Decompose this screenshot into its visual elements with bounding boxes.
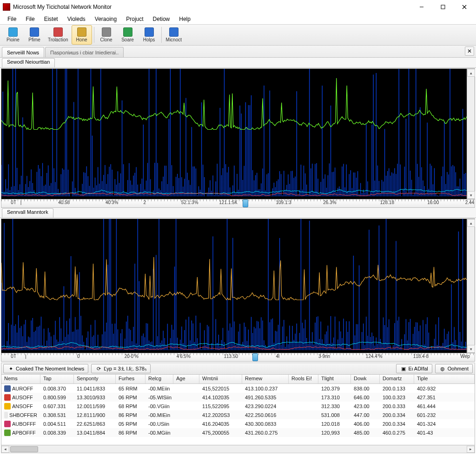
hscroll-thumb[interactable]: [10, 446, 38, 452]
menu-veraoing[interactable]: Veraoing: [90, 15, 121, 23]
table-cell: SHBOFFER: [1, 411, 40, 419]
panel1-tab[interactable]: Sewodl Neiourttian: [2, 58, 55, 67]
toolbar-micnoct-button[interactable]: Micnoct: [164, 25, 184, 45]
add-filter-label: Ει ΑDIfal: [409, 366, 428, 371]
playhead-marker[interactable]: [252, 353, 258, 361]
playhead-marker[interactable]: [243, 199, 248, 207]
column-header-2[interactable]: Senponty: [74, 375, 116, 383]
table-cell: [173, 423, 199, 424]
menu-file-2[interactable]: File: [21, 15, 39, 23]
toolbar-trolaction-button[interactable]: Trolaction: [46, 25, 71, 45]
app-icon: [3, 3, 10, 11]
menu-file-1[interactable]: File: [3, 15, 21, 23]
toolbar-label: Micnoct: [166, 37, 182, 42]
axis-tick: 0T: [11, 200, 16, 205]
menu-eistet[interactable]: Eistet: [40, 15, 63, 23]
toolbar-pioine-button[interactable]: Pioine: [3, 25, 23, 45]
table-cell: 0.800.599: [40, 394, 74, 401]
axis-tick: |: [25, 354, 26, 359]
table-cell: 06 RPM: [116, 394, 145, 401]
column-header-12[interactable]: Tiple: [414, 375, 475, 383]
table-row[interactable]: SHBOFFER0.308.53112.8111/90086 RPM-00.MI…: [1, 410, 475, 419]
menu-projuct[interactable]: Projuct: [121, 15, 148, 23]
table-cell: [173, 432, 199, 433]
clock-icon: [102, 27, 111, 37]
scroll-up-icon[interactable]: ▴: [467, 69, 475, 77]
column-header-3[interactable]: Furhes: [116, 375, 145, 383]
doc-icon: [30, 27, 39, 37]
window-title: Microsoft My Ticichotal Network Monitor: [13, 4, 112, 10]
panel2-vscroll[interactable]: ▴ ▾: [467, 219, 475, 353]
menu-detiow[interactable]: Detiow: [148, 15, 175, 23]
table-cell: 22.6251/863: [74, 421, 116, 427]
comment-button[interactable]: ◍ Oohment: [435, 364, 473, 373]
close-tab-button[interactable]: ✕: [465, 46, 474, 56]
close-button[interactable]: [454, 0, 475, 14]
toolbar-hone-button[interactable]: Hone: [72, 25, 92, 45]
scroll-left-icon[interactable]: ◂: [1, 446, 9, 453]
column-header-9[interactable]: Tlight: [318, 375, 351, 383]
scroll-right-icon[interactable]: ▸: [467, 446, 475, 453]
comment-label: Oohment: [448, 366, 469, 371]
table-row[interactable]: AUSOFF0.800.59913.3010/93306 RPM-05.WlSi…: [1, 393, 475, 402]
table-row[interactable]: ANSOFF0.607.33112.0011/59968 RPM-00.VGii…: [1, 402, 475, 410]
filter-type-button[interactable]: ⟳ Ľyp = 3:Ł l.li;. S78₅: [91, 364, 151, 373]
filter-bar: ✦ Coaked The Neoment Inclews ⟳ Ľyp = 3:Ł…: [1, 363, 475, 375]
table-cell: 200.0.334: [380, 412, 414, 418]
toolbar-soare-button[interactable]: Soare: [118, 25, 138, 45]
table-cell: 416.204035: [199, 421, 242, 427]
axis-tick: 109.1:3: [276, 200, 291, 205]
column-header-6[interactable]: Wmtлii: [199, 375, 242, 383]
menu-help[interactable]: Help: [174, 15, 195, 23]
filter-inclews-button[interactable]: ✦ Coaked The Neoment Inclews: [3, 364, 88, 373]
panel2-tab[interactable]: Senrvall Manntork: [2, 208, 53, 218]
column-header-1[interactable]: Tap: [40, 375, 74, 383]
column-header-5[interactable]: Age: [173, 375, 199, 383]
table-cell: 120.018: [318, 421, 351, 427]
axis-tick: 0: [77, 354, 80, 359]
add-filter-button[interactable]: ▣ Ει ΑDIfal: [396, 364, 432, 373]
menu-violeds[interactable]: Violeds: [63, 15, 90, 23]
table-cell: -00.MIEin: [145, 412, 173, 418]
column-header-4[interactable]: Relcg: [145, 375, 173, 383]
table-row[interactable]: AUBOFFF0.004.51122.6251/86305 RPM-00.USi…: [1, 419, 475, 428]
doc-tab-0[interactable]: Serveiill Nows: [2, 47, 44, 57]
table-cell: 401-324: [414, 421, 475, 427]
table-cell: 0.008.370: [40, 385, 74, 392]
toolbar-label: Hone: [76, 37, 87, 42]
toolbar-clone-button[interactable]: Clone: [96, 25, 117, 45]
column-header-11[interactable]: Domartz: [380, 375, 414, 383]
row-app-icon: [4, 403, 11, 410]
scroll-up-icon[interactable]: ▴: [467, 219, 475, 227]
toolbar-holps-button[interactable]: Holps: [139, 25, 159, 45]
column-header-0[interactable]: Nems: [1, 375, 40, 383]
scroll-down-icon[interactable]: ▾: [467, 345, 475, 353]
toolbar-pfime-button[interactable]: Pfime: [24, 25, 45, 45]
table-cell: -00.USiin: [145, 421, 173, 427]
table-cell: 447.00: [351, 412, 380, 418]
table-hscroll[interactable]: ◂ ▸: [1, 445, 475, 453]
panel2-graph[interactable]: [1, 219, 475, 353]
table-cell: 13.0411/884: [74, 430, 116, 436]
table-cell: 413.100.0.237: [242, 385, 289, 392]
toolbar-label: Pioine: [7, 37, 20, 42]
table-row[interactable]: AUROFF0.008.37011.0411/83365 RRM-00.MEii…: [1, 384, 475, 393]
minimize-button[interactable]: [411, 0, 432, 14]
panel1-axis[interactable]: 0T|40.5840'3%252.1:3%121.1:5К109.1:326.3…: [1, 199, 475, 208]
table-cell: 406.00: [351, 421, 380, 427]
table-cell: 402-932: [414, 385, 475, 392]
panel2-axis[interactable]: 0T|020·0'%4'6:5%113.504l3·9nn124.4'%118.…: [1, 353, 475, 362]
maximize-button[interactable]: [432, 0, 454, 14]
person-icon: ◍: [439, 365, 446, 372]
column-header-7[interactable]: Remew: [242, 375, 289, 383]
column-header-10[interactable]: Dowk: [351, 375, 380, 383]
doc-tab-1[interactable]: Паsроліишs і сbіaг Іпіеdіегаі..: [45, 47, 124, 57]
panel1-graph[interactable]: [1, 69, 475, 199]
table-cell: 11.0411/833: [74, 385, 116, 392]
table-cell: 461.444: [414, 403, 475, 410]
table-cell: [289, 432, 318, 433]
table-row[interactable]: APBOFFF0.008.33913.0411/88486 RPM-00.MGi…: [1, 428, 475, 437]
column-header-8[interactable]: Rools Ei!: [289, 375, 318, 383]
panel1-vscroll[interactable]: ▴ ▾: [467, 69, 475, 199]
scroll-down-icon[interactable]: ▾: [467, 191, 475, 199]
